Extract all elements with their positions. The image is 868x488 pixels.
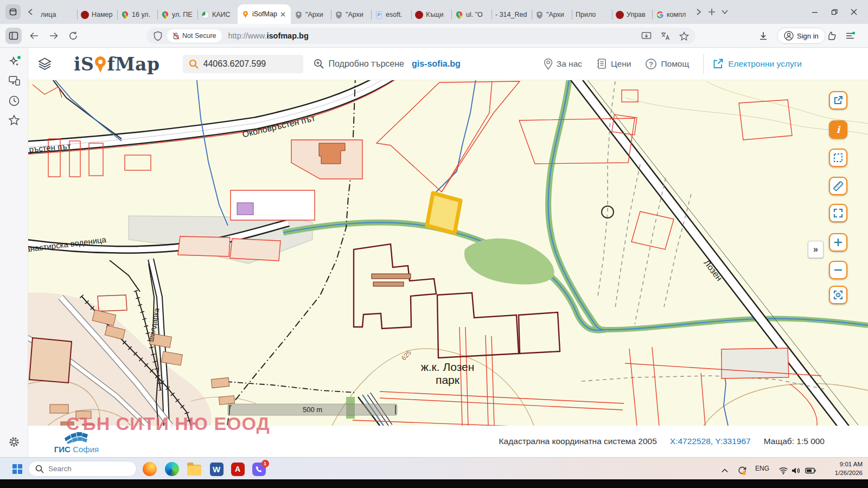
firefox-taskbar-icon[interactable] [142,461,157,477]
start-button[interactable] [10,461,25,477]
copilot-button[interactable] [8,55,21,68]
tab-list: лица Намер 16 ул. ул. ПЕ КАИС iSofMap "А… [37,0,692,24]
taskbar-search-input[interactable] [48,465,119,473]
tab-close-button[interactable] [278,10,287,18]
gis-sofia-link[interactable]: gis-sofia.bg [412,59,461,69]
browser-tab[interactable]: "Архи [532,5,572,24]
reload-button[interactable] [65,28,81,44]
browser-tab[interactable]: "Архи [331,5,371,24]
translate-icon[interactable] [660,31,671,41]
nav-item-prices[interactable]: Цени [596,58,631,69]
tool-open-external-button[interactable] [829,91,847,110]
browser-tab[interactable]: ул. ПЕ [157,5,197,24]
address-bar[interactable]: Not Secure http://www.isofmap.bg [146,28,695,44]
browser-tab[interactable]: Управ [612,5,652,24]
map-scale-value: Мащаб: 1:5 000 [764,436,825,446]
viber-taskbar-icon[interactable]: 1 [251,461,266,477]
sidebar-toggle-button[interactable] [5,28,22,44]
map-canvas[interactable]: Околовръстен път ръстен път анастирска в… [28,80,868,426]
acrobat-taskbar-icon[interactable]: A [230,461,245,477]
sign-in-button[interactable]: Sign in [777,28,826,44]
devices-button[interactable] [8,75,21,87]
tab-scroll-right-button[interactable] [692,4,705,20]
tab-search-button[interactable] [5,4,21,20]
word-taskbar-icon[interactable]: W [209,461,224,477]
browser-tab[interactable]: Къщи [411,5,451,24]
history-button[interactable] [8,95,20,107]
settings-button[interactable] [8,436,20,448]
window-restore-button[interactable] [825,4,844,20]
thumbs-up-icon [827,31,837,41]
nav-item-help[interactable]: ? Помощ [645,58,689,70]
browser-tab[interactable]: ul. "О [451,5,492,24]
new-tab-button[interactable] [705,4,718,20]
browser-tab[interactable]: Намер [77,5,117,24]
windows-taskbar: W A 1 ENG 9:01 AM 1/26/2026 [0,457,868,479]
plus-icon [708,8,716,16]
security-chip[interactable]: Not Secure [167,29,222,42]
panel-expand-button[interactable]: » [808,241,824,258]
browser-tab[interactable]: - 314_Red [492,5,532,24]
fullscreen-corners-icon [833,208,844,219]
browser-tab[interactable]: esoft. [371,5,411,24]
tool-zoom-extent-button[interactable] [829,204,847,222]
tool-zoom-in-button[interactable] [829,233,847,252]
bookmark-star-icon[interactable] [679,31,689,41]
browser-tab[interactable]: "Архи [291,5,331,24]
logo-pin-icon [94,55,107,73]
browser-menu-button[interactable] [842,28,858,44]
volume-indicator[interactable] [789,463,804,478]
tool-locate-button[interactable] [829,286,847,304]
tray-expand-button[interactable] [717,463,732,478]
browser-tab[interactable]: КАИС [197,5,238,24]
back-button[interactable] [26,28,42,44]
window-minimize-button[interactable] [805,4,825,20]
file-explorer-taskbar-icon[interactable] [187,461,202,477]
tab-scroll-left-button[interactable] [24,4,37,20]
security-chip-label: Not Secure [182,32,216,40]
crest-favicon [335,11,343,19]
isofmap-logo[interactable]: iSfMap [74,55,160,73]
tool-measure-button[interactable] [829,177,847,195]
taskbar-search[interactable] [28,461,137,477]
browser-tab[interactable]: 16 ул. [117,5,157,24]
browser-tab[interactable]: лица [37,5,77,24]
search-input[interactable] [203,59,296,69]
minus-icon [833,265,843,275]
url-text: http://www.isofmap.bg [228,31,309,40]
scale-bar-label: 500 m [303,406,322,414]
clock-time: 9:01 AM [835,460,863,469]
detailed-search-label: Подробно търсене [329,59,404,69]
feedback-button[interactable] [824,28,840,44]
downloads-button[interactable] [755,28,771,44]
language-indicator[interactable]: ENG [755,465,769,472]
svg-text:?: ? [649,60,654,68]
browser-tab[interactable]: Прило [572,5,612,24]
nav-item-about[interactable]: За нас [544,58,582,70]
taskbar-clock[interactable]: 9:01 AM 1/26/2026 [835,460,863,477]
install-app-icon[interactable] [641,31,652,41]
detailed-search-link[interactable]: Подробно търсене [313,58,404,69]
tool-info-button[interactable]: i [829,120,847,139]
sync-icon [737,465,748,476]
browser-tab[interactable]: компл [652,5,692,24]
map-viewport[interactable]: Околовръстен път ръстен път анастирска в… [28,80,868,426]
battery-indicator[interactable] [803,463,818,478]
eservices-link[interactable]: Електронни услуги [712,58,802,69]
tool-select-area-button[interactable] [829,149,847,167]
window-close-button[interactable] [844,4,864,20]
tool-zoom-out-button[interactable] [829,261,847,279]
layers-icon[interactable] [37,57,52,71]
browser-tab-active-isofmap[interactable]: iSofMap [238,4,291,24]
selected-parcel[interactable] [427,193,461,233]
map-search-box[interactable] [183,55,303,73]
edge-taskbar-icon[interactable] [164,461,180,477]
clock-date: 1/26/2026 [835,469,863,478]
tab-list-menu-button[interactable] [718,4,731,20]
forward-button[interactable] [46,28,62,44]
info-icon: i [833,124,844,135]
favorites-button[interactable] [8,114,20,126]
header-separator [703,54,704,74]
onedrive-sync-icon[interactable] [735,463,750,478]
phone-icon [255,465,263,473]
